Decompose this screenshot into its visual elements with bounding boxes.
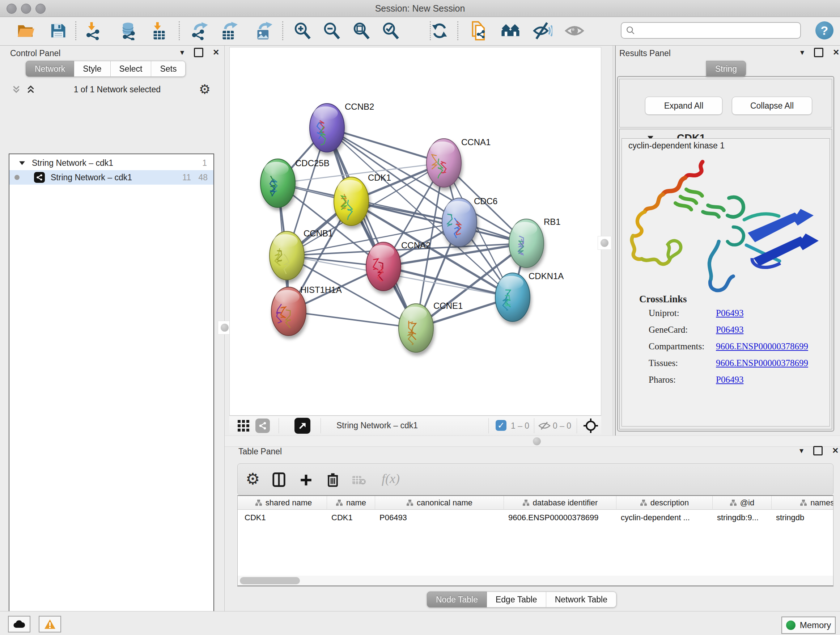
table-hscrollbar[interactable] — [238, 576, 833, 586]
first-neighbors-icon[interactable] — [500, 20, 521, 42]
show-all-icon[interactable] — [564, 20, 585, 42]
help-icon[interactable]: ? — [815, 21, 834, 40]
maximize-panel-icon[interactable] — [194, 48, 203, 57]
warning-status-icon[interactable] — [39, 616, 61, 632]
float-panel-icon[interactable]: ▾ — [800, 48, 804, 57]
import-table-file-icon[interactable] — [148, 20, 170, 42]
search-input[interactable] — [635, 25, 800, 35]
network-tree-child-row[interactable]: String Network – cdk1 11 48 — [9, 170, 213, 185]
horizontal-splitter[interactable] — [225, 435, 840, 447]
function-builder-icon[interactable]: f(x) — [382, 471, 400, 486]
network-share-view-icon[interactable] — [256, 418, 270, 433]
tab-node-table[interactable]: Node Table — [427, 592, 487, 608]
table-cell[interactable]: P06493 — [375, 511, 504, 524]
zoom-out-icon[interactable] — [321, 20, 343, 42]
crosslink-value-link[interactable]: 9606.ENSP00000378699 — [716, 358, 808, 368]
tab-style[interactable]: Style — [74, 61, 111, 77]
column-header-@id[interactable]: @id — [713, 496, 772, 510]
table-cell[interactable]: CDK1 — [240, 511, 327, 524]
maximize-panel-icon[interactable] — [813, 446, 823, 455]
export-image-icon[interactable] — [253, 20, 274, 42]
save-session-icon[interactable] — [47, 20, 69, 42]
network-node-CCNA1[interactable] — [426, 139, 461, 187]
column-header-shared-name[interactable]: shared name — [240, 496, 327, 510]
crosslink-value-link[interactable]: 9606.ENSP00000378699 — [716, 341, 808, 352]
network-node-CDC6[interactable] — [442, 198, 477, 247]
float-panel-icon[interactable]: ▾ — [180, 48, 184, 57]
maximize-panel-icon[interactable] — [814, 48, 823, 57]
delete-table-icon[interactable] — [352, 475, 366, 486]
close-panel-icon[interactable]: ✕ — [213, 48, 219, 57]
zoom-selected-icon[interactable] — [380, 20, 401, 42]
show-columns-icon[interactable] — [272, 472, 286, 487]
export-table-icon[interactable] — [218, 20, 240, 42]
tree-expand-icon[interactable] — [19, 160, 25, 166]
network-node-CDKN1A[interactable] — [495, 273, 530, 321]
detach-view-icon[interactable] — [294, 418, 310, 434]
column-header-description[interactable]: description — [616, 496, 713, 510]
network-edge-HIST1H1A-CCNE1[interactable] — [289, 311, 416, 328]
open-session-icon[interactable] — [14, 20, 36, 42]
network-node-CCNE1[interactable] — [399, 304, 433, 352]
table-hscrollbar-thumb[interactable] — [240, 577, 300, 584]
crosslink-value-link[interactable]: P06493 — [716, 325, 744, 335]
memory-button[interactable]: Memory — [782, 616, 836, 634]
network-node-CDK1[interactable] — [334, 177, 369, 226]
collapse-all-button[interactable]: Collapse All — [732, 97, 812, 115]
network-options-gear-icon[interactable]: ⚙ — [199, 82, 210, 97]
expand-all-button[interactable]: Expand All — [645, 97, 722, 115]
tab-network[interactable]: Network — [26, 61, 74, 77]
hide-selected-icon[interactable] — [532, 20, 554, 42]
column-header-name[interactable]: name — [327, 496, 375, 510]
import-network-file-icon[interactable] — [83, 20, 104, 42]
table-cell[interactable]: stringdb — [772, 511, 834, 524]
zoom-fit-icon[interactable] — [351, 20, 372, 42]
table-cell[interactable]: CDK1 — [327, 511, 375, 524]
column-header-database-identifier[interactable]: database identifier — [504, 496, 616, 510]
delete-column-icon[interactable] — [327, 472, 339, 487]
network-node-CCNA2[interactable] — [366, 242, 401, 291]
network-canvas[interactable]: CCNB2CCNA1CDC25BCDK1CDC6RB1CCNB1CCNA2CDK… — [229, 47, 601, 416]
network-node-RB1[interactable] — [509, 219, 544, 268]
column-header-namespace[interactable]: namespace — [772, 496, 834, 510]
network-tree-root-row[interactable]: String Network – cdk1 1 — [9, 156, 213, 170]
export-network-icon[interactable] — [188, 20, 210, 42]
toolbar-separator — [179, 21, 180, 40]
help-glyph: ? — [821, 24, 829, 38]
table-options-gear-icon[interactable]: ⚙ — [246, 470, 260, 488]
tab-select[interactable]: Select — [111, 61, 152, 77]
close-panel-icon[interactable]: ✕ — [833, 48, 839, 57]
crosslink-value-link[interactable]: P06493 — [716, 308, 744, 318]
expand-all-icon[interactable] — [26, 85, 35, 94]
close-panel-icon[interactable]: ✕ — [832, 446, 838, 455]
crosslink-label: Tissues: — [649, 358, 678, 368]
crosslink-value-link[interactable]: P06493 — [716, 375, 744, 385]
tab-edge-table[interactable]: Edge Table — [487, 592, 546, 608]
network-node-CCNB2[interactable] — [309, 103, 344, 152]
network-node-CCNB1[interactable] — [270, 231, 304, 280]
cloud-status-icon[interactable] — [8, 616, 30, 632]
float-panel-icon[interactable]: ▾ — [799, 446, 804, 455]
network-edge-CCNB2-CCNE1[interactable] — [327, 128, 416, 328]
import-network-database-icon[interactable] — [118, 20, 139, 42]
network-node-CDC25B[interactable] — [261, 159, 295, 207]
crosslink-row: Tissues:9606.ENSP00000378699 — [649, 358, 826, 368]
refresh-icon[interactable] — [429, 20, 450, 42]
table-cell[interactable]: 9606.ENSP00000378699 — [504, 511, 616, 524]
create-column-icon[interactable] — [300, 474, 312, 486]
collapse-all-icon[interactable] — [11, 85, 21, 94]
tab-string[interactable]: String — [706, 61, 746, 77]
right-splitter-handle[interactable] — [598, 236, 611, 250]
tab-sets[interactable]: Sets — [151, 61, 186, 77]
horizontal-splitter-handle[interactable] — [533, 437, 541, 445]
grid-view-icon[interactable] — [237, 420, 249, 433]
import-string-network-icon[interactable] — [469, 20, 491, 42]
network-edge-CCNB2-CCNA1[interactable] — [327, 128, 444, 163]
column-header-canonical-name[interactable]: canonical name — [375, 496, 504, 510]
table-cell[interactable]: stringdb:9... — [713, 511, 772, 524]
birds-eye-crosshair-icon[interactable] — [583, 418, 598, 435]
table-cell[interactable]: cyclin-dependent ... — [616, 511, 713, 524]
selected-nodes-checkbox-icon[interactable]: ✓ — [496, 420, 507, 431]
zoom-in-icon[interactable] — [292, 20, 313, 42]
tab-network-table[interactable]: Network Table — [546, 592, 616, 608]
